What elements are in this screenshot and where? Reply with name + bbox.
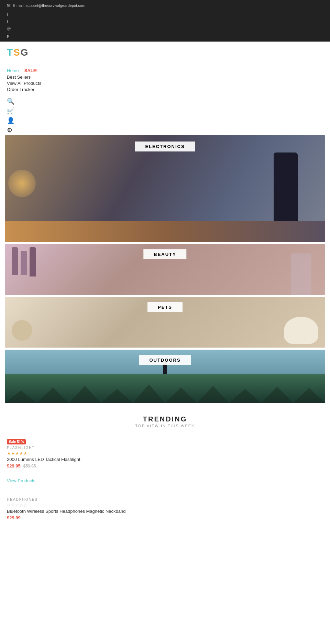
cart-icon[interactable]: 🛒 [7,108,323,114]
category-outdoors[interactable]: OUTDOORS [5,350,325,403]
top-bar: ✉ E-mail: support@thesurvivalgeardepot.c… [0,0,330,11]
cat-label-outdoors: OUTDOORS [139,355,191,365]
search-icon[interactable]: 🔍 [7,98,323,104]
header: TSG [0,42,330,65]
view-products-area: View Products [0,475,330,490]
trending-section: TRENDING TOP VIEW IN THIS WEEK [0,405,330,438]
email-text: E-mail: support@thesurvivalgeardepot.com [13,3,85,8]
cat-label-electronics: ELECTRONICS [135,142,195,151]
product-category-headphones: HEADPHONES [7,498,323,501]
trending-title: TRENDING [7,415,323,423]
logo-t: T [7,47,13,58]
logo-g: G [21,47,29,58]
nav: Home SALE! Best Sellers View All Product… [0,65,330,96]
product-card-headphones[interactable]: HEADPHONES ☆☆☆☆☆ Bluetooth Wireless Spor… [0,498,330,527]
product-stars-headphones: ☆☆☆☆☆ [7,502,323,508]
product-name-flashlight: 2000 Lumens LED Tactical Flashlight [7,457,323,462]
facebook-icon[interactable]: f [7,12,323,17]
email-icon: ✉ [7,3,11,8]
category-pets[interactable]: PETS [5,297,325,348]
nav-home[interactable]: Home [7,68,19,73]
logo[interactable]: TSG [7,47,323,58]
cat-label-beauty: BEAUTY [143,249,186,259]
twitter-icon[interactable]: t [7,19,323,24]
user-icon[interactable]: 👤 [7,117,323,124]
nav-view-all-products[interactable]: View All Products [7,81,323,86]
nav-best-sellers[interactable]: Best Sellers [7,75,323,80]
product-category-flashlight: FLASHLIGHT [7,446,323,450]
social-bar: f t ◎ 𝐩 [0,11,330,42]
product-price-new-headphones: $29.99 [7,515,21,520]
settings-icon[interactable]: ⚙ [7,127,323,133]
nav-order-tracker[interactable]: Order Tracker [7,87,323,92]
icon-bar: 🔍 🛒 👤 ⚙ [0,96,330,135]
pinterest-icon[interactable]: 𝐩 [7,33,323,38]
product-price-old-flashlight: $59.95 [23,464,36,468]
categories: ELECTRONICS BEAUTY PETS [0,135,330,403]
instagram-icon[interactable]: ◎ [7,26,323,31]
product-divider [7,494,323,494]
category-beauty[interactable]: BEAUTY [5,244,325,295]
view-products-button[interactable]: View Products [7,478,35,483]
product-price-new-flashlight: $29.95 [7,463,21,468]
trending-subtitle: TOP VIEW IN THIS WEEK [7,424,323,428]
cat-label-pets: PETS [147,302,183,312]
nav-sale[interactable]: SALE! [24,68,38,73]
category-electronics[interactable]: ELECTRONICS [5,135,325,242]
product-stars-flashlight: ★★★★★ [7,451,323,456]
logo-s: S [13,47,21,58]
product-name-headphones: Bluetooth Wireless Sports Headphones Mag… [7,509,323,514]
sale-badge-flashlight: Sale 51% [7,439,26,444]
product-card-flashlight[interactable]: Sale 51% FLASHLIGHT ★★★★★ 2000 Lumens LE… [0,438,330,475]
